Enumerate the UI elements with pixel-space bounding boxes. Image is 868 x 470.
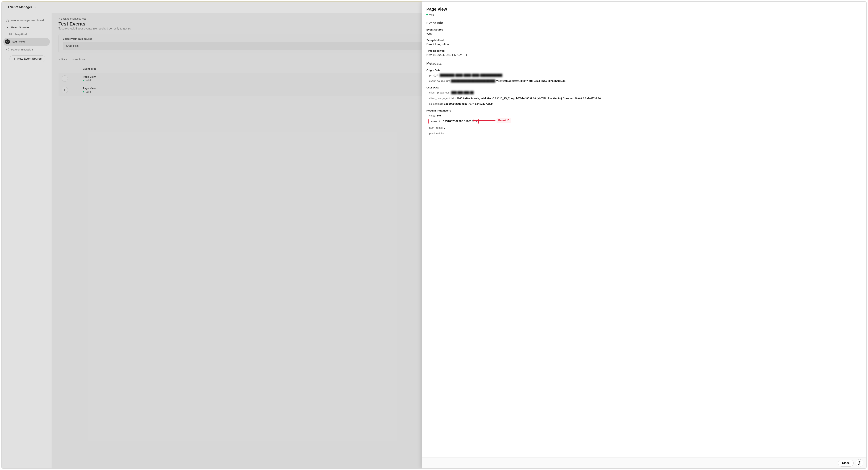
setup-method-value: Direct Integration: [426, 43, 862, 46]
num-items-value: 0: [444, 126, 445, 130]
event-source-value: Web: [426, 32, 862, 36]
predicted-ltv-key: predicted_ltv:: [429, 132, 444, 136]
client-ua-row: client_user_agent: Mozilla/5.0 (Macintos…: [426, 96, 862, 100]
status-dot-icon: [426, 14, 428, 15]
panel-status: Valid: [426, 13, 862, 16]
sc-cookie1-key: sc_cookie1:: [429, 102, 443, 106]
event-source-url-value-blur: ████████████████████████: [451, 79, 495, 83]
time-received-label: Time Received: [426, 49, 862, 52]
annotation-label: Event ID: [496, 118, 511, 123]
client-ua-value: Mozilla/5.0 (Macintosh; Intel Mac OS X 1…: [452, 96, 601, 100]
event-id-annotation: Event ID: [473, 118, 511, 123]
setup-method-label: Setup Method: [426, 39, 862, 42]
help-button[interactable]: [856, 459, 863, 467]
value-key: value:: [429, 114, 436, 118]
close-button[interactable]: Close: [838, 460, 854, 467]
event-id-value: 1731602562280.556818.13: [443, 120, 477, 123]
pixel-id-key: pixel_id:: [429, 73, 439, 77]
value-value: 0.0: [437, 114, 441, 118]
num-items-row: num_items: 0: [426, 126, 862, 130]
event-source-url-row: event_source_url: ██████████████████████…: [426, 79, 862, 83]
time-received-value: Nov 14, 2024, 5:42 PM GMT+1: [426, 53, 862, 57]
predicted-ltv-row: predicted_ltv: 0: [426, 132, 862, 136]
panel-footer: Close: [422, 457, 866, 468]
event-source-url-key: event_source_url:: [429, 79, 450, 83]
event-source-label: Event Source: [426, 28, 862, 31]
pixel-id-value: ████████-████-████-████-████████████: [440, 73, 502, 77]
event-source-url-value-tail: ?ScTestModeId=e18060f7-aff3-49c4-8b4c-60…: [496, 79, 566, 83]
num-items-key: num_items:: [429, 126, 443, 130]
client-ip-value: ███.███.███.██: [451, 91, 473, 95]
panel-title: Page View: [426, 7, 862, 12]
sc-cookie1-value: 2d5eff89-25fb-4880-7577-ba417d372299: [444, 102, 493, 106]
sc-cookie1-row: sc_cookie1: 2d5eff89-25fb-4880-7577-ba41…: [426, 102, 862, 106]
event-id-key: event_id:: [431, 120, 442, 123]
predicted-ltv-value: 0: [446, 132, 447, 136]
pixel-id-row: pixel_id: ████████-████-████-████-██████…: [426, 73, 862, 77]
section-event-info: Event Info: [426, 21, 862, 25]
client-ip-key: client_ip_address:: [429, 91, 450, 95]
client-ua-key: client_user_agent:: [429, 96, 451, 100]
section-metadata: Metadata: [426, 62, 862, 66]
svg-point-6: [859, 463, 860, 464]
user-data-label: User Data: [426, 86, 862, 89]
event-id-highlight: event_id: 1731602562280.556818.13: [429, 119, 478, 124]
value-row: value: 0.0: [426, 114, 862, 118]
event-detail-panel: Page View Valid Event Info Event Source …: [422, 2, 866, 468]
origin-data-label: Origin Data: [426, 69, 862, 72]
regular-parameters-label: Regular Parameters: [426, 109, 862, 112]
help-chat-icon: [858, 461, 862, 465]
panel-status-text: Valid: [429, 13, 434, 16]
client-ip-row: client_ip_address: ███.███.███.██: [426, 91, 862, 95]
